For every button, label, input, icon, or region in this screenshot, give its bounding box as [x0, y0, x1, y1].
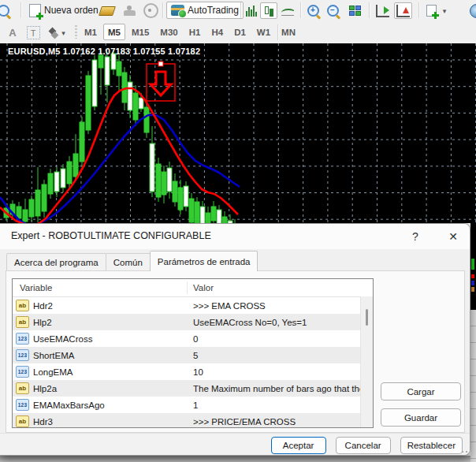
- timeframe-button-H1[interactable]: H1: [184, 24, 206, 40]
- param-row-EMAMaxBarsAgo[interactable]: 123EMAMaxBarsAgo1: [13, 397, 373, 413]
- clock-icon[interactable]: [468, 2, 476, 19]
- param-value[interactable]: >>> EMA CROSS: [188, 301, 373, 311]
- candle-body: [92, 60, 97, 106]
- sell-signal-object[interactable]: [147, 61, 175, 101]
- param-value[interactable]: The Maximum number of bars ago that the …: [188, 384, 373, 393]
- candle-body: [211, 207, 216, 221]
- candle-body: [144, 107, 149, 132]
- zoom-in-icon[interactable]: +: [304, 2, 322, 19]
- param-name: Hlp2: [33, 318, 52, 327]
- candle-body: [150, 143, 154, 192]
- candlestick-chart-icon[interactable]: [260, 2, 277, 19]
- cancelar-button[interactable]: Cancelar: [336, 437, 391, 454]
- parameters-table[interactable]: Variable Valor abHdr2>>> EMA CROSSabHlp2…: [12, 278, 374, 428]
- tab-par-metros-de-entrada[interactable]: Parámetros de entrada: [150, 251, 258, 271]
- cargar-button[interactable]: Cargar: [381, 382, 461, 401]
- dialog-tab-strip: Acerca del programaComúnParámetros de en…: [6, 251, 257, 271]
- close-icon[interactable]: ✕: [443, 228, 463, 245]
- candle-body: [111, 54, 116, 69]
- candle-body: [23, 210, 28, 222]
- table-body: abHdr2>>> EMA CROSSabHlp2UseEMACross No=…: [13, 297, 373, 428]
- new-chart-icon[interactable]: [422, 2, 440, 19]
- param-value[interactable]: 5: [188, 351, 373, 360]
- timeframe-button-M5[interactable]: M5: [103, 24, 125, 40]
- tab-com-n[interactable]: Común: [106, 253, 151, 271]
- toolbar-separator: [300, 2, 301, 18]
- timeframe-button-MN[interactable]: MN: [277, 24, 300, 40]
- candle-body: [42, 184, 46, 211]
- background-chart-strip: [470, 223, 476, 310]
- auto-scroll-icon[interactable]: [374, 2, 391, 19]
- candle-body: [167, 168, 172, 192]
- timeframe-button-M15[interactable]: M15: [127, 24, 154, 40]
- toolbar-separator: [277, 24, 278, 40]
- gold-bar-icon[interactable]: [99, 2, 116, 19]
- param-row-Hdr3[interactable]: abHdr3>>> PRICE/EMA CROSS: [13, 413, 373, 428]
- integer-param-icon: 123: [16, 399, 29, 411]
- candle-body: [133, 93, 138, 120]
- input-parameters-panel: Variable Valor abHdr2>>> EMA CROSSabHlp2…: [6, 270, 465, 433]
- param-value[interactable]: UseEMACross No=0, Yes=1: [188, 318, 373, 327]
- guardar-button[interactable]: Guardar: [381, 408, 461, 427]
- param-value[interactable]: >>> PRICE/EMA CROSS: [188, 417, 373, 427]
- param-value[interactable]: 10: [188, 367, 373, 377]
- line-chart-icon[interactable]: [279, 2, 296, 19]
- table-scrollbar[interactable]: [360, 296, 373, 427]
- dialog-title-bar[interactable]: Expert - ROBOTULTIMATE CONFIGURABLE ? ✕: [0, 224, 470, 249]
- timeframe-button-D1[interactable]: D1: [229, 24, 251, 40]
- param-value[interactable]: 1: [188, 401, 373, 410]
- param-row-UseEMACross[interactable]: 123UseEMACross0: [13, 330, 373, 347]
- toolbar-separator: [20, 2, 21, 18]
- candle-body: [189, 199, 194, 222]
- help-button[interactable]: ?: [405, 228, 426, 245]
- timeframe-button-M1[interactable]: M1: [80, 24, 102, 40]
- param-name: ShortEMA: [33, 351, 74, 360]
- candle-body: [178, 188, 183, 210]
- param-row-Hdr2[interactable]: abHdr2>>> EMA CROSS: [13, 297, 373, 314]
- table-header: Variable Valor: [13, 279, 373, 297]
- param-row-ShortEMA[interactable]: 123ShortEMA5: [13, 347, 373, 363]
- objects-list-icon[interactable]: ▾: [46, 24, 69, 41]
- chart-shift-icon[interactable]: [394, 2, 412, 19]
- new-chart-dropdown-icon[interactable]: ▾: [440, 2, 449, 19]
- timeframe-button-W1[interactable]: W1: [252, 24, 275, 40]
- zoom-out-icon[interactable]: −: [324, 2, 341, 19]
- toolbar-separator: [162, 2, 163, 18]
- restablecer-button[interactable]: Restablecer: [400, 437, 463, 454]
- tab-acerca-del-programa[interactable]: Acerca del programa: [6, 253, 106, 271]
- param-value[interactable]: 0: [188, 334, 373, 344]
- param-row-Hlp2[interactable]: abHlp2UseEMACross No=0, Yes=1: [13, 314, 373, 330]
- price-scale-mark: [471, 287, 474, 292]
- scrollbar-thumb[interactable]: [366, 309, 368, 326]
- candle-body: [184, 186, 188, 207]
- price-scale-mark: [471, 281, 474, 285]
- signals-icon[interactable]: [142, 2, 159, 19]
- text-box-icon[interactable]: T: [24, 24, 42, 41]
- operator-icon[interactable]: [121, 2, 138, 19]
- candle-body: [17, 207, 21, 218]
- new-order-button[interactable]: Nueva orden: [24, 2, 103, 19]
- candle-body: [48, 173, 53, 194]
- resize-grip[interactable]: [466, 451, 467, 453]
- bar-chart-icon[interactable]: [243, 2, 260, 19]
- column-header-valor[interactable]: Valor: [188, 283, 214, 292]
- timeframe-button-M30[interactable]: M30: [155, 24, 182, 40]
- dialog-shadow: [0, 456, 470, 462]
- column-header-variable[interactable]: Variable: [13, 281, 188, 294]
- magnifier-icon[interactable]: [0, 2, 12, 19]
- dialog-footer: AceptarCancelarRestablecer: [0, 433, 470, 456]
- param-row-Hlp2a[interactable]: abHlp2aThe Maximum number of bars ago th…: [13, 380, 373, 397]
- autotrading-button[interactable]: AutoTrading: [166, 2, 244, 19]
- text-label-icon[interactable]: A: [4, 24, 21, 41]
- candle-body: [86, 76, 91, 130]
- candle-body: [61, 169, 65, 188]
- timeframe-button-H4[interactable]: H4: [206, 24, 228, 40]
- param-row-LongEMA[interactable]: 123LongEMA10: [13, 363, 373, 380]
- price-chart[interactable]: EURUSD,M5 1.07162 1.07183 1.07155 1.0718…: [0, 43, 476, 223]
- candle-body: [217, 210, 221, 223]
- candle-body: [80, 122, 84, 162]
- aceptar-button[interactable]: Aceptar: [271, 437, 326, 454]
- candle-body: [156, 164, 161, 197]
- toolbar-grip[interactable]: [75, 25, 77, 39]
- tile-windows-icon[interactable]: [346, 2, 363, 19]
